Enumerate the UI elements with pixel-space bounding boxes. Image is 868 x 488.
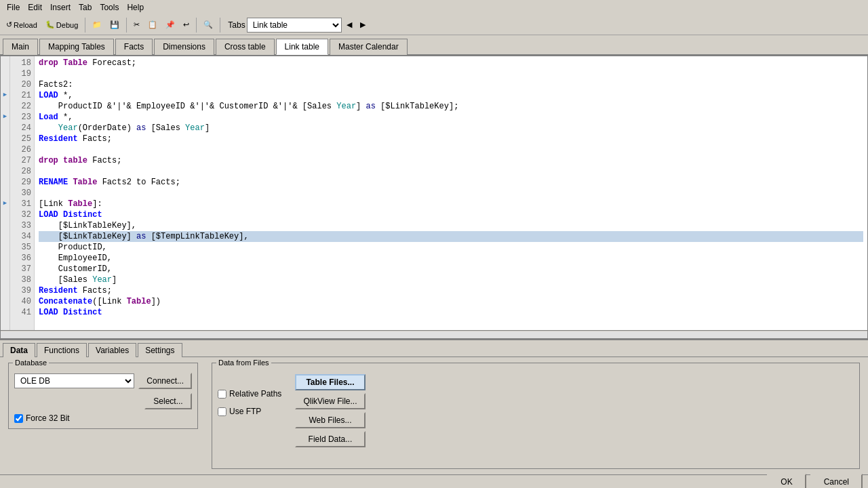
cut-button[interactable]: ✂	[130, 18, 143, 31]
arrow-item	[1, 56, 9, 67]
reload-button[interactable]: ↺ Reload	[3, 18, 41, 31]
arrow-col: ▶▶▶	[1, 56, 10, 330]
tabs-label: Tabs	[228, 20, 245, 30]
menu-edit[interactable]: Edit	[24, 1, 46, 14]
tab-variables[interactable]: Variables	[88, 343, 136, 357]
search-button[interactable]: 🔍	[200, 18, 216, 31]
line-number: 21	[13, 90, 31, 101]
table-row[interactable]: LOAD Distinct	[39, 209, 863, 220]
reload-label: Reload	[14, 21, 37, 29]
bottom-panel: Data Functions Variables Settings Databa…	[0, 339, 868, 474]
line-number: 39	[13, 285, 31, 296]
menu-insert[interactable]: Insert	[46, 1, 75, 14]
tab-cross-table[interactable]: Cross table	[216, 39, 275, 55]
force32-checkbox[interactable]	[14, 414, 23, 423]
tab-functions[interactable]: Functions	[37, 343, 87, 357]
menu-file[interactable]: File	[3, 1, 24, 14]
tabs-dropdown[interactable]: Link table	[247, 18, 342, 33]
horizontal-scrollbar[interactable]	[1, 330, 867, 338]
line-number: 41	[13, 307, 31, 318]
tab-facts[interactable]: Facts	[115, 39, 153, 55]
arrow-item	[1, 273, 9, 284]
files-checkboxes: Relative Paths Use FTP	[218, 385, 281, 447]
arrow-item	[1, 100, 9, 110]
tab-master-calendar[interactable]: Master Calendar	[330, 39, 408, 55]
line-number: 40	[13, 296, 31, 307]
undo-button[interactable]: ↩	[180, 18, 193, 31]
arrow-item	[1, 132, 9, 143]
table-row[interactable]: [$LinkTableKey],	[39, 220, 863, 231]
table-row[interactable]: Concatenate([Link Table])	[39, 296, 863, 307]
line-number: 20	[13, 79, 31, 90]
table-row[interactable]	[39, 68, 863, 79]
bottom-content: Database OLE DB ODBC Connect... Select..…	[0, 357, 868, 474]
tab-mapping-tables[interactable]: Mapping Tables	[39, 39, 114, 55]
line-number: 22	[13, 101, 31, 112]
debug-icon: 🐛	[45, 20, 55, 29]
relative-paths-checkbox[interactable]	[218, 390, 226, 399]
line-number: 18	[13, 58, 31, 68]
table-row[interactable]: LOAD Distinct	[39, 307, 863, 318]
table-row[interactable]: Resident Facts;	[39, 285, 863, 296]
table-row[interactable]: LOAD *,	[39, 90, 863, 101]
table-row[interactable]	[39, 166, 863, 177]
db-type-dropdown[interactable]: OLE DB ODBC	[14, 373, 134, 388]
tab-data[interactable]: Data	[3, 343, 35, 357]
table-row[interactable]: Year(OrderDate) as [Sales Year]	[39, 123, 863, 134]
tabs-prev[interactable]: ◀	[343, 18, 355, 31]
table-row[interactable]: ProductID &'|'& EmployeeID &'|'& Custome…	[39, 101, 863, 112]
paste-button[interactable]: 📌	[162, 18, 178, 31]
tab-dimensions[interactable]: Dimensions	[154, 39, 214, 55]
qlikview-file-button[interactable]: QlikView File...	[295, 393, 365, 409]
table-files-button[interactable]: Table Files...	[295, 374, 365, 390]
table-row[interactable]: Facts2:	[39, 79, 863, 90]
table-row[interactable]	[39, 144, 863, 155]
table-row[interactable]: EmployeeID,	[39, 253, 863, 264]
cancel-button[interactable]: Cancel	[810, 474, 863, 489]
field-data-button[interactable]: Field Data...	[295, 431, 365, 447]
table-row[interactable]: Load *,	[39, 112, 863, 123]
ok-button[interactable]: OK	[767, 474, 806, 489]
open-button[interactable]: 📁	[89, 18, 105, 31]
line-number: 32	[13, 209, 31, 220]
table-row[interactable]	[39, 188, 863, 199]
copy-button[interactable]: 📋	[144, 18, 161, 31]
table-row[interactable]: [$LinkTableKey] as [$TempLinkTableKey],	[39, 231, 863, 242]
use-ftp-label: Use FTP	[229, 407, 261, 416]
connect-button[interactable]: Connect...	[138, 373, 192, 389]
scroll-track	[1, 331, 867, 338]
tab-link-table[interactable]: Link table	[276, 39, 328, 55]
arrow-item	[1, 143, 9, 154]
relative-paths-row: Relative Paths	[218, 389, 281, 399]
table-row[interactable]: drop Table Forecast;	[39, 58, 863, 68]
table-row[interactable]: RENAME Table Facts2 to Facts;	[39, 177, 863, 188]
use-ftp-checkbox[interactable]	[218, 407, 226, 416]
select-button[interactable]: Select...	[144, 393, 192, 409]
menu-tab[interactable]: Tab	[75, 1, 96, 14]
code-content[interactable]: ▶▶▶ 181920212223242526272829303132333435…	[1, 56, 867, 330]
menu-help[interactable]: Help	[123, 1, 148, 14]
toolbar-sep2	[126, 18, 127, 33]
toolbar-sep1	[85, 18, 85, 33]
table-row[interactable]: ProductID,	[39, 242, 863, 253]
table-row[interactable]: [Link Table]:	[39, 199, 863, 209]
save-button[interactable]: 💾	[106, 18, 123, 31]
tab-main[interactable]: Main	[3, 39, 38, 55]
tab-settings[interactable]: Settings	[138, 343, 182, 357]
tabs-next[interactable]: ▶	[357, 18, 369, 31]
table-row[interactable]: CustomerID,	[39, 264, 863, 274]
arrow-item	[1, 295, 9, 306]
force32-row: Force 32 Bit	[14, 413, 192, 423]
arrow-item: ▶	[1, 197, 9, 208]
table-row[interactable]: Resident Facts;	[39, 134, 863, 144]
menu-tools[interactable]: Tools	[96, 1, 123, 14]
debug-button[interactable]: 🐛 Debug	[42, 18, 81, 31]
arrow-item	[1, 241, 9, 251]
table-row[interactable]: [Sales Year]	[39, 274, 863, 285]
arrow-item	[1, 165, 9, 176]
toolbar-sep3	[196, 18, 197, 33]
web-files-button[interactable]: Web Files...	[295, 412, 365, 428]
arrow-item	[1, 219, 9, 230]
table-row[interactable]: drop table Facts;	[39, 155, 863, 166]
code-lines[interactable]: drop Table Forecast; Facts2:LOAD *, Prod…	[35, 56, 867, 330]
